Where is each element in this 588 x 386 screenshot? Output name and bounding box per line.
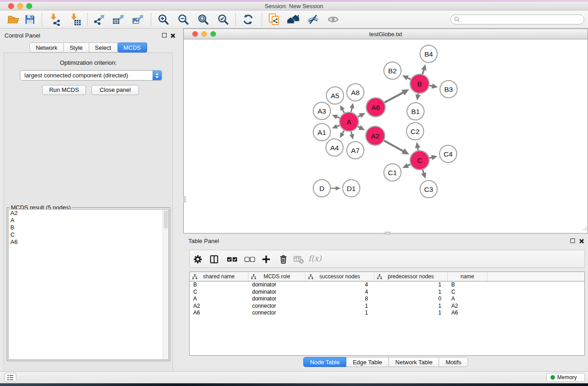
graph-edge-A-A5[interactable] [342,110,344,113]
graph-node-C[interactable] [410,151,429,170]
table-cell[interactable]: C [448,289,488,296]
tab-mcds[interactable]: MCDS [118,43,147,52]
graph-edge-A-A1[interactable] [336,125,339,127]
graph-node-A1[interactable] [313,124,330,141]
table-row[interactable]: A2connector11A2 [190,303,584,310]
table-cell[interactable]: A6 [448,310,488,317]
graph-node-C4[interactable] [440,145,457,162]
tab-network[interactable]: Network [29,43,64,52]
graph-node-C1[interactable] [384,164,401,181]
column-header-successor-nodes[interactable]: successor nodes [306,272,374,281]
graph-node-A2[interactable] [366,126,385,145]
zoom-out-icon[interactable] [177,13,190,26]
result-scrollbar-thumb[interactable] [164,210,168,229]
float-table-panel-icon[interactable] [570,238,575,243]
memory-button[interactable]: Memory [546,373,585,382]
graph-node-A6[interactable] [366,98,385,117]
zoom-in-icon[interactable] [157,13,170,26]
table-cell[interactable]: 1 [374,289,448,296]
table-cell[interactable]: C [190,289,249,296]
function-builder-icon[interactable]: f(x) [308,254,321,263]
graph-node-A3[interactable] [313,102,330,119]
graph-edge-A6-B[interactable] [384,92,403,102]
network-canvas[interactable]: ABCA2A6A1A3A4A5A7A8B1B2B3B4C1C2C3C4DD1 [184,39,588,233]
table-cell[interactable]: dominator [249,289,306,296]
tab-network-table[interactable]: Network Table [389,357,439,367]
result-item[interactable]: B [9,224,168,231]
graph-edge-A2-C[interactable] [384,141,403,152]
float-panel-icon[interactable] [162,33,167,38]
graph-node-A7[interactable] [347,142,364,159]
table-cell[interactable]: connector [249,303,306,310]
graph-node-A[interactable] [339,112,359,131]
add-column-icon[interactable] [261,254,272,265]
zoom-selected-icon[interactable] [216,13,230,26]
table-cell[interactable]: A2 [190,303,249,310]
graph-edge-B-B4[interactable] [422,70,424,74]
network-window-titlebar[interactable]: testGlobe.txt [184,29,588,39]
close-panel-button[interactable]: Close panel [91,85,139,95]
table-cell[interactable]: 1 [374,310,448,317]
delete-table-icon[interactable] [293,254,304,265]
column-header-name[interactable]: name [448,272,488,281]
node-table[interactable]: shared nameMCDS rolesuccessor nodesprede… [189,272,585,356]
save-session-icon[interactable] [23,13,37,26]
table-cell[interactable]: connector [249,310,306,317]
graph-edge-B-B3[interactable] [430,86,433,86]
resize-corner-handle[interactable] [582,225,588,233]
result-scrollbar[interactable] [163,210,168,359]
graph-edge-A-A6[interactable] [358,115,360,117]
graph-edge-A-A3[interactable] [336,117,339,118]
export-image-icon[interactable] [131,13,145,26]
task-list-button[interactable] [5,373,16,382]
table-cell[interactable]: 1 [374,303,448,310]
split-handle-horizontal[interactable] [385,232,391,234]
open-file-icon[interactable] [7,13,20,26]
graph-edge-C-C2[interactable] [418,148,418,151]
table-row[interactable]: A6connector11A6 [190,310,584,317]
graph-edge-C-C3[interactable] [423,170,424,174]
graph-node-B4[interactable] [420,45,437,62]
table-cell[interactable]: dominator [249,295,306,303]
tab-motifs[interactable]: Motifs [439,357,468,367]
result-item[interactable]: A6 [9,238,168,246]
close-panel-icon[interactable] [170,32,176,40]
import-table-icon[interactable] [68,13,82,26]
graph-edge-A-A4[interactable] [342,130,344,133]
table-row[interactable]: Cdominator41C [190,289,584,296]
run-mcds-button[interactable]: Run MCDS [42,85,86,95]
result-item[interactable]: C [9,231,168,238]
table-cell[interactable]: 1 [306,310,374,317]
graph-node-B3[interactable] [440,81,457,98]
column-header-shared-name[interactable]: shared name [190,272,249,281]
table-cell[interactable]: 1 [306,303,374,310]
mcds-result-list[interactable]: A2ABCA6 [8,209,169,360]
deselect-all-icon[interactable] [244,254,255,265]
graph-node-C3[interactable] [420,181,437,198]
graph-edge-A-A7[interactable] [351,131,352,135]
show-columns-icon[interactable] [209,254,220,265]
table-row[interactable]: Adominator80A [190,295,584,303]
result-item[interactable]: A2 [9,210,168,217]
graph-edge-C-C1[interactable] [407,164,411,166]
export-table-icon[interactable] [112,13,125,26]
table-cell[interactable]: 1 [374,281,448,289]
table-cell[interactable]: A [190,295,249,303]
hide-details-icon[interactable] [306,13,320,26]
graph-node-A4[interactable] [326,139,343,156]
settings-gear-icon[interactable] [192,254,203,265]
table-row[interactable]: Bdominator41B [190,281,584,289]
table-cell[interactable]: A6 [190,310,249,317]
search-input[interactable] [450,14,584,24]
graph-node-A8[interactable] [347,84,364,101]
table-cell[interactable]: A2 [448,303,488,310]
home-view-icon[interactable] [287,13,300,26]
graph-node-D[interactable] [313,180,330,197]
table-cell[interactable]: 4 [306,281,374,289]
tab-node-table[interactable]: Node Table [303,357,347,367]
tab-style[interactable]: Style [64,43,89,52]
table-cell[interactable]: B [190,281,249,289]
select-all-icon[interactable] [227,254,238,265]
column-header-predecessor-nodes[interactable]: predecessor nodes [374,272,448,281]
graph-node-A5[interactable] [326,87,344,104]
